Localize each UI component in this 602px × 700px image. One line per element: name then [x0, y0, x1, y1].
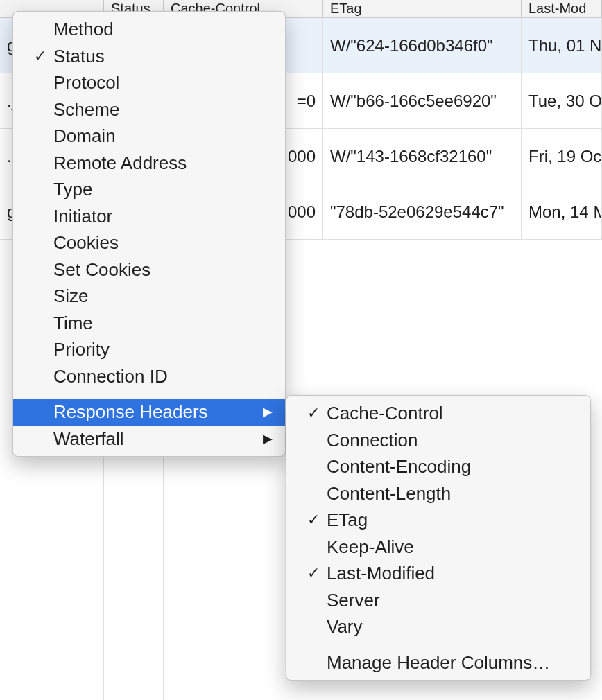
menu-item-priority[interactable]: Priority	[13, 336, 285, 363]
menu-item-label: Protocol	[33, 73, 273, 91]
menu-item-waterfall[interactable]: Waterfall▶	[13, 426, 285, 453]
menu-item-cookies[interactable]: Cookies	[13, 229, 285, 256]
menu-item-label: Vary	[306, 618, 578, 636]
cell-lastmod: Mon, 14 M	[522, 184, 602, 239]
menu-item-protocol[interactable]: Protocol	[13, 69, 285, 96]
submenu-item-vary[interactable]: Vary	[286, 613, 590, 640]
menu-item-label: Waterfall	[33, 430, 263, 448]
submenu-arrow-icon: ▶	[263, 432, 273, 445]
menu-item-label: Content-Encoding	[306, 457, 578, 475]
menu-item-label: Keep-Alive	[306, 538, 578, 556]
menu-item-label: Set Cookies	[33, 261, 273, 279]
cell-lastmod: Tue, 30 O	[522, 73, 602, 128]
menu-item-label: Last-Modified	[306, 564, 578, 582]
menu-item-remote-address[interactable]: Remote Address	[13, 150, 285, 177]
submenu-arrow-icon: ▶	[263, 405, 273, 418]
menu-item-scheme[interactable]: Scheme	[13, 96, 285, 123]
menu-item-label: Status	[33, 47, 273, 65]
menu-item-size[interactable]: Size	[13, 283, 285, 310]
menu-item-initiator[interactable]: Initiator	[13, 203, 285, 230]
menu-item-label: Initiator	[33, 207, 273, 225]
menu-item-status[interactable]: ✓Status	[13, 43, 285, 70]
response-headers-submenu: ✓Cache-ControlConnectionContent-Encoding…	[286, 395, 591, 681]
menu-item-time[interactable]: Time	[13, 310, 285, 337]
col-header-etag[interactable]: ETag	[323, 0, 522, 18]
menu-item-label: Method	[33, 20, 273, 38]
submenu-item-content-length[interactable]: Content-Length	[286, 480, 590, 507]
menu-item-label: Manage Header Columns…	[306, 654, 578, 672]
cell-etag: W/"624-166d0b346f0"	[323, 18, 522, 73]
col-header-lastmod[interactable]: Last-Mod	[522, 0, 602, 18]
submenu-item-keep-alive[interactable]: Keep-Alive	[286, 534, 590, 561]
menu-item-label: Connection ID	[33, 367, 273, 385]
menu-item-label: Time	[33, 314, 273, 332]
cell-lastmod: Thu, 01 N	[522, 18, 602, 73]
menu-item-label: Response Headers	[33, 403, 263, 421]
checkmark-icon: ✓	[306, 405, 321, 421]
submenu-item-last-modified[interactable]: ✓Last-Modified	[286, 560, 590, 587]
menu-item-method[interactable]: Method	[13, 16, 285, 43]
menu-item-label: Remote Address	[33, 154, 273, 172]
menu-item-set-cookies[interactable]: Set Cookies	[13, 256, 285, 283]
checkmark-icon: ✓	[33, 49, 48, 64]
column-context-menu: Method✓StatusProtocolSchemeDomainRemote …	[12, 11, 286, 457]
menu-item-domain[interactable]: Domain	[13, 123, 285, 150]
cell-etag: W/"143-1668cf32160"	[323, 129, 522, 184]
submenu-item-server[interactable]: Server	[286, 587, 590, 614]
menu-item-label: Priority	[33, 340, 273, 358]
menu-separator	[286, 645, 590, 645]
menu-item-label: Cache-Control	[306, 404, 578, 422]
menu-item-label: Server	[306, 591, 578, 609]
menu-item-label: Scheme	[33, 100, 273, 119]
checkmark-icon: ✓	[306, 512, 321, 527]
menu-item-label: Size	[33, 287, 273, 305]
menu-item-label: ETag	[306, 511, 578, 529]
submenu-item-content-encoding[interactable]: Content-Encoding	[286, 453, 590, 480]
menu-item-label: Connection	[306, 431, 578, 449]
cell-etag: W/"b66-166c5ee6920"	[323, 73, 522, 128]
checkmark-icon: ✓	[306, 566, 321, 581]
menu-item-label: Cookies	[33, 234, 273, 252]
submenu-item-manage-header-columns[interactable]: Manage Header Columns…	[286, 649, 590, 676]
menu-separator	[13, 394, 285, 394]
menu-item-type[interactable]: Type	[13, 176, 285, 203]
cell-etag: "78db-52e0629e544c7"	[323, 184, 522, 239]
submenu-item-connection[interactable]: Connection	[286, 427, 590, 454]
menu-item-connection-id[interactable]: Connection ID	[13, 363, 285, 390]
cell-lastmod: Fri, 19 Oc	[522, 129, 602, 184]
menu-item-response-headers[interactable]: Response Headers▶	[13, 399, 285, 426]
submenu-item-cache-control[interactable]: ✓Cache-Control	[286, 400, 590, 427]
menu-item-label: Type	[33, 180, 273, 198]
menu-item-label: Domain	[33, 127, 273, 145]
menu-item-label: Content-Length	[306, 484, 578, 502]
submenu-item-etag[interactable]: ✓ETag	[286, 507, 590, 534]
